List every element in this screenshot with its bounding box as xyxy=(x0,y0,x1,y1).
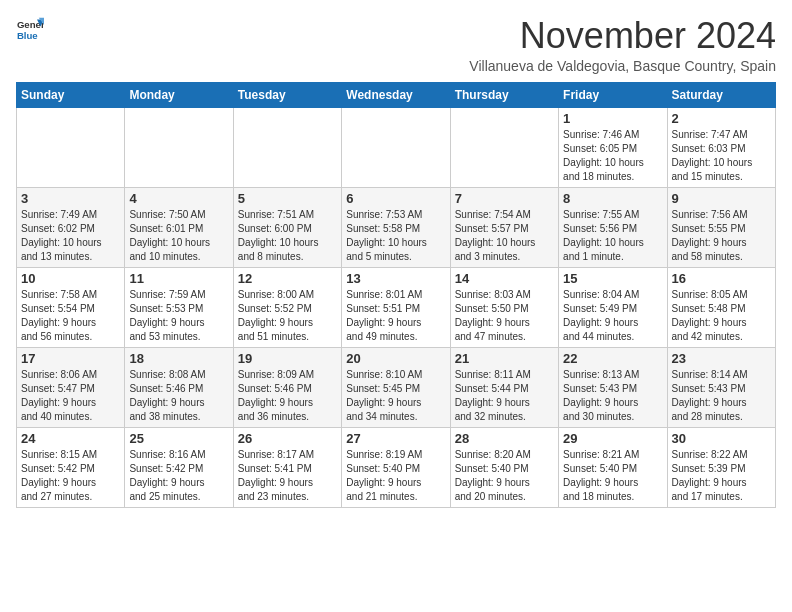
weekday-header-row: SundayMondayTuesdayWednesdayThursdayFrid… xyxy=(17,82,776,107)
day-number: 24 xyxy=(21,431,120,446)
day-cell: 6Sunrise: 7:53 AMSunset: 5:58 PMDaylight… xyxy=(342,187,450,267)
day-number: 17 xyxy=(21,351,120,366)
page-header: General Blue November 2024 Villanueva de… xyxy=(16,16,776,74)
day-cell: 10Sunrise: 7:58 AMSunset: 5:54 PMDayligh… xyxy=(17,267,125,347)
day-number: 16 xyxy=(672,271,771,286)
day-info: Sunrise: 7:58 AMSunset: 5:54 PMDaylight:… xyxy=(21,288,120,344)
day-cell: 11Sunrise: 7:59 AMSunset: 5:53 PMDayligh… xyxy=(125,267,233,347)
title-block: November 2024 Villanueva de Valdegovia, … xyxy=(469,16,776,74)
day-cell: 12Sunrise: 8:00 AMSunset: 5:52 PMDayligh… xyxy=(233,267,341,347)
svg-text:Blue: Blue xyxy=(17,30,38,41)
day-cell: 5Sunrise: 7:51 AMSunset: 6:00 PMDaylight… xyxy=(233,187,341,267)
week-row-2: 3Sunrise: 7:49 AMSunset: 6:02 PMDaylight… xyxy=(17,187,776,267)
week-row-5: 24Sunrise: 8:15 AMSunset: 5:42 PMDayligh… xyxy=(17,427,776,507)
day-number: 10 xyxy=(21,271,120,286)
day-cell: 25Sunrise: 8:16 AMSunset: 5:42 PMDayligh… xyxy=(125,427,233,507)
day-cell: 30Sunrise: 8:22 AMSunset: 5:39 PMDayligh… xyxy=(667,427,775,507)
day-cell: 23Sunrise: 8:14 AMSunset: 5:43 PMDayligh… xyxy=(667,347,775,427)
day-number: 25 xyxy=(129,431,228,446)
location-subtitle: Villanueva de Valdegovia, Basque Country… xyxy=(469,58,776,74)
day-info: Sunrise: 7:47 AMSunset: 6:03 PMDaylight:… xyxy=(672,128,771,184)
day-cell: 13Sunrise: 8:01 AMSunset: 5:51 PMDayligh… xyxy=(342,267,450,347)
day-cell: 28Sunrise: 8:20 AMSunset: 5:40 PMDayligh… xyxy=(450,427,558,507)
day-number: 30 xyxy=(672,431,771,446)
day-cell xyxy=(450,107,558,187)
day-info: Sunrise: 8:17 AMSunset: 5:41 PMDaylight:… xyxy=(238,448,337,504)
day-number: 9 xyxy=(672,191,771,206)
day-cell: 22Sunrise: 8:13 AMSunset: 5:43 PMDayligh… xyxy=(559,347,667,427)
day-number: 4 xyxy=(129,191,228,206)
day-info: Sunrise: 8:05 AMSunset: 5:48 PMDaylight:… xyxy=(672,288,771,344)
day-number: 20 xyxy=(346,351,445,366)
logo: General Blue xyxy=(16,16,44,44)
day-cell: 7Sunrise: 7:54 AMSunset: 5:57 PMDaylight… xyxy=(450,187,558,267)
day-cell: 14Sunrise: 8:03 AMSunset: 5:50 PMDayligh… xyxy=(450,267,558,347)
weekday-friday: Friday xyxy=(559,82,667,107)
day-cell: 18Sunrise: 8:08 AMSunset: 5:46 PMDayligh… xyxy=(125,347,233,427)
day-number: 18 xyxy=(129,351,228,366)
day-cell: 16Sunrise: 8:05 AMSunset: 5:48 PMDayligh… xyxy=(667,267,775,347)
day-info: Sunrise: 7:59 AMSunset: 5:53 PMDaylight:… xyxy=(129,288,228,344)
day-number: 2 xyxy=(672,111,771,126)
day-info: Sunrise: 7:49 AMSunset: 6:02 PMDaylight:… xyxy=(21,208,120,264)
weekday-sunday: Sunday xyxy=(17,82,125,107)
day-cell: 9Sunrise: 7:56 AMSunset: 5:55 PMDaylight… xyxy=(667,187,775,267)
day-cell: 26Sunrise: 8:17 AMSunset: 5:41 PMDayligh… xyxy=(233,427,341,507)
day-info: Sunrise: 8:16 AMSunset: 5:42 PMDaylight:… xyxy=(129,448,228,504)
day-info: Sunrise: 8:04 AMSunset: 5:49 PMDaylight:… xyxy=(563,288,662,344)
day-number: 29 xyxy=(563,431,662,446)
day-number: 3 xyxy=(21,191,120,206)
day-cell: 29Sunrise: 8:21 AMSunset: 5:40 PMDayligh… xyxy=(559,427,667,507)
day-number: 19 xyxy=(238,351,337,366)
day-cell: 17Sunrise: 8:06 AMSunset: 5:47 PMDayligh… xyxy=(17,347,125,427)
day-cell: 21Sunrise: 8:11 AMSunset: 5:44 PMDayligh… xyxy=(450,347,558,427)
day-info: Sunrise: 8:22 AMSunset: 5:39 PMDaylight:… xyxy=(672,448,771,504)
day-number: 14 xyxy=(455,271,554,286)
day-number: 28 xyxy=(455,431,554,446)
day-cell: 3Sunrise: 7:49 AMSunset: 6:02 PMDaylight… xyxy=(17,187,125,267)
day-number: 5 xyxy=(238,191,337,206)
day-info: Sunrise: 8:00 AMSunset: 5:52 PMDaylight:… xyxy=(238,288,337,344)
day-cell: 27Sunrise: 8:19 AMSunset: 5:40 PMDayligh… xyxy=(342,427,450,507)
day-info: Sunrise: 8:20 AMSunset: 5:40 PMDaylight:… xyxy=(455,448,554,504)
day-cell: 20Sunrise: 8:10 AMSunset: 5:45 PMDayligh… xyxy=(342,347,450,427)
day-cell: 2Sunrise: 7:47 AMSunset: 6:03 PMDaylight… xyxy=(667,107,775,187)
day-number: 12 xyxy=(238,271,337,286)
day-info: Sunrise: 8:03 AMSunset: 5:50 PMDaylight:… xyxy=(455,288,554,344)
day-info: Sunrise: 7:53 AMSunset: 5:58 PMDaylight:… xyxy=(346,208,445,264)
day-info: Sunrise: 7:50 AMSunset: 6:01 PMDaylight:… xyxy=(129,208,228,264)
day-number: 26 xyxy=(238,431,337,446)
day-cell: 4Sunrise: 7:50 AMSunset: 6:01 PMDaylight… xyxy=(125,187,233,267)
day-info: Sunrise: 8:01 AMSunset: 5:51 PMDaylight:… xyxy=(346,288,445,344)
weekday-thursday: Thursday xyxy=(450,82,558,107)
day-info: Sunrise: 8:08 AMSunset: 5:46 PMDaylight:… xyxy=(129,368,228,424)
week-row-1: 1Sunrise: 7:46 AMSunset: 6:05 PMDaylight… xyxy=(17,107,776,187)
day-number: 21 xyxy=(455,351,554,366)
day-cell xyxy=(233,107,341,187)
day-info: Sunrise: 8:10 AMSunset: 5:45 PMDaylight:… xyxy=(346,368,445,424)
day-number: 8 xyxy=(563,191,662,206)
day-number: 11 xyxy=(129,271,228,286)
day-number: 27 xyxy=(346,431,445,446)
day-info: Sunrise: 8:13 AMSunset: 5:43 PMDaylight:… xyxy=(563,368,662,424)
day-info: Sunrise: 7:51 AMSunset: 6:00 PMDaylight:… xyxy=(238,208,337,264)
day-cell: 1Sunrise: 7:46 AMSunset: 6:05 PMDaylight… xyxy=(559,107,667,187)
day-cell xyxy=(17,107,125,187)
week-row-3: 10Sunrise: 7:58 AMSunset: 5:54 PMDayligh… xyxy=(17,267,776,347)
day-cell: 8Sunrise: 7:55 AMSunset: 5:56 PMDaylight… xyxy=(559,187,667,267)
day-info: Sunrise: 7:56 AMSunset: 5:55 PMDaylight:… xyxy=(672,208,771,264)
day-number: 13 xyxy=(346,271,445,286)
day-info: Sunrise: 8:15 AMSunset: 5:42 PMDaylight:… xyxy=(21,448,120,504)
month-title: November 2024 xyxy=(469,16,776,56)
day-number: 6 xyxy=(346,191,445,206)
day-cell: 24Sunrise: 8:15 AMSunset: 5:42 PMDayligh… xyxy=(17,427,125,507)
week-row-4: 17Sunrise: 8:06 AMSunset: 5:47 PMDayligh… xyxy=(17,347,776,427)
day-cell: 15Sunrise: 8:04 AMSunset: 5:49 PMDayligh… xyxy=(559,267,667,347)
weekday-saturday: Saturday xyxy=(667,82,775,107)
day-info: Sunrise: 8:11 AMSunset: 5:44 PMDaylight:… xyxy=(455,368,554,424)
day-info: Sunrise: 8:14 AMSunset: 5:43 PMDaylight:… xyxy=(672,368,771,424)
calendar-table: SundayMondayTuesdayWednesdayThursdayFrid… xyxy=(16,82,776,508)
day-info: Sunrise: 8:06 AMSunset: 5:47 PMDaylight:… xyxy=(21,368,120,424)
day-number: 15 xyxy=(563,271,662,286)
day-info: Sunrise: 8:21 AMSunset: 5:40 PMDaylight:… xyxy=(563,448,662,504)
